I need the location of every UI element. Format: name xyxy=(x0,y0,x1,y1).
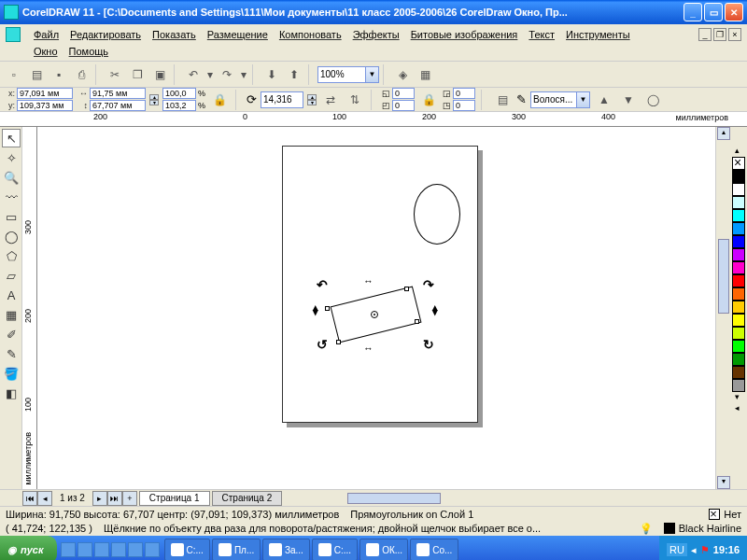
eyedropper-tool[interactable]: ✐ xyxy=(2,325,21,343)
save-button[interactable]: ▪ xyxy=(49,64,69,85)
swatch[interactable] xyxy=(732,379,745,392)
node-handle[interactable] xyxy=(325,306,330,311)
clock[interactable]: 19:16 xyxy=(713,544,740,555)
ql-icon[interactable] xyxy=(61,542,76,557)
first-page-button[interactable]: ⏮ xyxy=(22,491,37,506)
zoom-tool[interactable]: 🔍 xyxy=(2,168,21,187)
mirror-v-button[interactable]: ⇅ xyxy=(345,90,365,110)
pos-x-input[interactable] xyxy=(17,88,73,99)
node-handle[interactable] xyxy=(415,319,419,324)
tray-icon[interactable]: ◂ xyxy=(691,544,697,556)
taskbar-item[interactable]: За... xyxy=(262,539,310,560)
ql-icon[interactable] xyxy=(94,542,109,557)
corner1-input[interactable] xyxy=(392,88,415,99)
skew-handle-right[interactable]: ▴▾ xyxy=(432,305,438,315)
pos-y-input[interactable] xyxy=(17,100,73,111)
taskbar-item[interactable]: Пл... xyxy=(212,539,261,560)
palette-down[interactable]: ▾ xyxy=(730,392,743,403)
outline-tool[interactable]: ✎ xyxy=(2,344,21,363)
scroll-thumb-v[interactable] xyxy=(718,239,729,314)
scrollbar-vertical[interactable]: ▴ ▾ xyxy=(715,127,730,489)
scale-x-input[interactable] xyxy=(162,88,196,99)
menu-bitmaps[interactable]: Битовые изображения xyxy=(405,26,524,43)
undo-drop[interactable]: ▾ xyxy=(205,64,215,85)
menu-view[interactable]: Показать xyxy=(147,26,202,43)
swatch[interactable] xyxy=(732,209,745,222)
print-button[interactable]: ⎙ xyxy=(71,64,92,85)
rotate-handle-tr[interactable]: ↷ xyxy=(423,277,434,292)
menu-help[interactable]: Помощь xyxy=(63,43,115,60)
polygon-tool[interactable]: ⬠ xyxy=(2,246,21,265)
system-menu-icon[interactable] xyxy=(6,27,21,42)
interactive-fill-tool[interactable]: ◧ xyxy=(2,384,21,402)
swatch[interactable] xyxy=(732,222,745,235)
doc-minimize[interactable]: _ xyxy=(698,28,712,41)
swatch[interactable] xyxy=(732,287,745,301)
menu-text[interactable]: Текст xyxy=(523,26,560,43)
swatch[interactable] xyxy=(732,196,745,209)
swatch[interactable] xyxy=(732,327,745,340)
scroll-down-button[interactable]: ▾ xyxy=(717,476,730,489)
close-button[interactable]: ✕ xyxy=(725,3,743,21)
cut-button[interactable]: ✂ xyxy=(105,64,125,85)
next-page-button[interactable]: ▸ xyxy=(92,491,107,506)
menu-file[interactable]: Файл xyxy=(28,26,64,43)
minimize-button[interactable]: _ xyxy=(684,3,702,21)
taskbar-item[interactable]: C:... xyxy=(312,539,358,560)
height-input[interactable] xyxy=(90,100,146,111)
swatch[interactable] xyxy=(732,314,745,327)
rotation-center[interactable] xyxy=(371,311,378,318)
node-handle[interactable] xyxy=(404,287,409,291)
doc-restore[interactable]: ❐ xyxy=(713,28,726,41)
maximize-button[interactable]: ▭ xyxy=(704,3,723,21)
shape-tool[interactable]: ✧ xyxy=(2,148,21,167)
redo-drop[interactable]: ▾ xyxy=(239,64,248,85)
ql-icon[interactable] xyxy=(111,542,126,557)
ruler-vertical[interactable]: 100 200 300 миллиметров xyxy=(22,127,37,489)
menu-tools[interactable]: Инструменты xyxy=(560,26,636,43)
canvas[interactable]: ↶ ↷ ↺ ↻ ↔ ↔ ▴▾ ▴▾ xyxy=(37,127,715,489)
menu-edit[interactable]: Редактировать xyxy=(64,26,147,43)
swatch[interactable] xyxy=(732,366,745,379)
import-button[interactable]: ⬇ xyxy=(261,64,282,85)
swatch[interactable] xyxy=(732,183,745,196)
palette-flyout[interactable]: ◂ xyxy=(730,403,743,414)
scrollbar-horizontal[interactable] xyxy=(291,492,747,505)
swatch[interactable] xyxy=(732,301,745,314)
zoom-input[interactable] xyxy=(317,66,366,83)
lock-ratio-button[interactable]: 🔒 xyxy=(209,90,230,110)
scroll-thumb-h[interactable] xyxy=(347,493,441,504)
app-launcher-button[interactable]: ▦ xyxy=(415,64,435,85)
mirror-h-button[interactable]: ⇄ xyxy=(320,90,341,110)
ellipse-object[interactable] xyxy=(414,184,460,245)
corner4-input[interactable] xyxy=(453,100,475,111)
rotate-handle-bl[interactable]: ↺ xyxy=(317,337,328,352)
to-front-button[interactable]: ▲ xyxy=(594,90,614,110)
undo-button[interactable]: ↶ xyxy=(183,64,204,85)
redo-button[interactable]: ↷ xyxy=(217,64,237,85)
fill-swatch[interactable] xyxy=(709,509,720,520)
basic-shapes-tool[interactable]: ▱ xyxy=(2,266,21,285)
page-tab-1[interactable]: Страница 1 xyxy=(139,491,210,506)
doc-close[interactable]: × xyxy=(728,28,741,41)
swatch[interactable] xyxy=(732,340,745,353)
chevron-down-icon[interactable]: ▼ xyxy=(366,66,379,83)
start-button[interactable]: ◉пуск xyxy=(0,536,57,560)
new-button[interactable]: ▫ xyxy=(4,64,24,85)
spin-down[interactable]: ▾ xyxy=(149,100,159,105)
swatch[interactable] xyxy=(732,235,745,248)
export-button[interactable]: ⬆ xyxy=(284,64,304,85)
taskbar-item[interactable]: C:... xyxy=(164,539,210,560)
last-page-button[interactable]: ⏭ xyxy=(107,491,122,506)
add-page-button[interactable]: + xyxy=(122,491,137,506)
swatch-none[interactable] xyxy=(732,157,745,170)
corner-lock-button[interactable]: 🔒 xyxy=(418,90,439,110)
swatch[interactable] xyxy=(732,248,745,261)
open-button[interactable]: ▤ xyxy=(26,64,47,85)
page-tab-2[interactable]: Страница 2 xyxy=(212,491,283,506)
text-tool[interactable]: A xyxy=(2,286,21,304)
zoom-combo[interactable]: ▼ xyxy=(317,66,379,83)
width-input[interactable] xyxy=(90,88,146,99)
menu-layout[interactable]: Размещение xyxy=(202,26,274,43)
taskbar-item[interactable]: Co... xyxy=(410,539,458,560)
